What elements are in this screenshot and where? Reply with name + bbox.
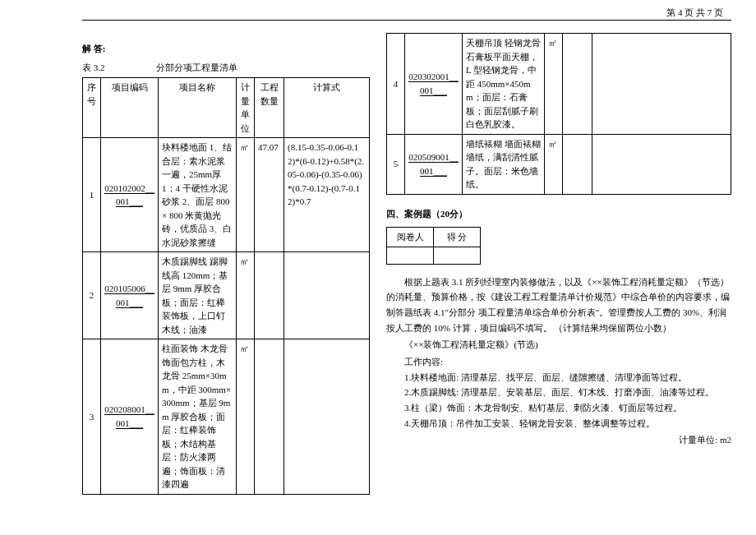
work-item: 1.块料楼地面: 清理基层、找平层、面层、缝隙擦缝、清理净面等过程。 xyxy=(404,370,731,385)
answer-label: 解 答: xyxy=(82,43,370,55)
header-rule xyxy=(82,20,731,21)
page-number: 第 4 页 共 7 页 xyxy=(666,7,723,19)
cell-unit: ㎡ xyxy=(237,138,255,252)
table-caption-title: 分部分项工程量清单 xyxy=(156,62,237,72)
cell-formula xyxy=(284,339,370,495)
table-caption: 表 3.2 分部分项工程量清单 xyxy=(82,62,370,74)
cell-qty xyxy=(563,34,592,135)
score-box: 阅卷人 得 分 xyxy=(386,227,481,265)
cell-seq: 4 xyxy=(387,34,405,135)
col-unit: 计量单位 xyxy=(237,78,255,138)
case-paragraph-2: 《××装饰工程清耗量定额》(节选) xyxy=(386,337,731,353)
cell-formula xyxy=(592,134,731,194)
cell-seq: 5 xyxy=(387,134,405,194)
cell-unit: ㎡ xyxy=(237,252,255,339)
cell-code: 020105006__001___ xyxy=(101,252,159,339)
cell-qty xyxy=(255,339,284,495)
boq-table-left: 序号 项目编码 项目名称 计量单位 工程数量 计算式 1 020102002__… xyxy=(82,77,370,495)
cell-name: 柱面装饰 木龙骨饰面包方柱，木龙骨 25mm×30mm，中距 300mm×300… xyxy=(159,339,237,495)
cell-name: 墙纸裱糊 墙面裱糊墙纸，满刮清性腻子。面层：米色墙纸。 xyxy=(463,134,545,194)
case-paragraph-1: 根据上题表 3.1 所列经理室内装修做法，以及《××装饰工程消耗量定额》（节选）… xyxy=(386,274,731,336)
score-reviewer-cell xyxy=(387,247,434,264)
cell-code: 020208001__001___ xyxy=(101,339,159,495)
cell-formula xyxy=(592,34,731,135)
cell-code: 020102002__001___ xyxy=(101,138,159,252)
score-reviewer-label: 阅卷人 xyxy=(387,227,434,247)
cell-unit: ㎡ xyxy=(237,339,255,495)
work-item: 2.木质踢脚线: 清理基层、安装基层、面层、钉木线、打磨净面、油漆等过程。 xyxy=(404,385,731,400)
work-item: 4.天棚吊顶：吊件加工安装、轻钢龙骨安装、整体调整等过程。 xyxy=(404,416,731,431)
table-row: 2 020105006__001___ 木质踢脚线 踢脚线高 120mm；基层 … xyxy=(83,252,370,339)
unit-line: 计量单位: m2 xyxy=(386,434,731,446)
work-item: 3.柱（梁）饰面：木龙骨制安、粘钉基层、刺防火漆、钉面层等过程。 xyxy=(404,400,731,416)
cell-unit: ㎡ xyxy=(545,134,563,194)
cell-name: 块料楼地面 1、结合层：素水泥浆一遍，25mm厚 1：4 干硬性水泥砂浆 2、面… xyxy=(159,138,237,252)
cell-qty xyxy=(255,252,284,339)
cell-name: 天棚吊顶 轻钢龙骨石膏板平面天棚，L 型轻钢龙骨，中距 450mm×450mm；… xyxy=(463,34,545,135)
cell-seq: 3 xyxy=(83,339,101,495)
boq-table-right: 4 020302001__001___ 天棚吊顶 轻钢龙骨石膏板平面天棚，L 型… xyxy=(386,33,731,195)
table-row: 4 020302001__001___ 天棚吊顶 轻钢龙骨石膏板平面天棚，L 型… xyxy=(387,34,731,135)
col-code: 项目编码 xyxy=(101,78,159,138)
cell-code: 020509001__001___ xyxy=(405,134,463,194)
cell-formula xyxy=(284,252,370,339)
table-row: 1 020102002__001___ 块料楼地面 1、结合层：素水泥浆一遍，2… xyxy=(83,138,370,252)
table-row: 5 020509001__001___ 墙纸裱糊 墙面裱糊墙纸，满刮清性腻子。面… xyxy=(387,134,731,194)
cell-qty: 47.07 xyxy=(255,138,284,252)
col-seq: 序号 xyxy=(83,78,101,138)
work-content-title: 工作内容: xyxy=(404,354,731,370)
col-name: 项目名称 xyxy=(159,78,237,138)
cell-name: 木质踢脚线 踢脚线高 120mm；基层 9mm 厚胶合板；面层：红榉装饰板，上口… xyxy=(159,252,237,339)
col-formula: 计算式 xyxy=(284,78,370,138)
cell-seq: 1 xyxy=(83,138,101,252)
table-caption-number: 表 3.2 xyxy=(82,62,105,72)
score-label: 得 分 xyxy=(434,227,481,247)
table-row: 3 020208001__001___ 柱面装饰 木龙骨饰面包方柱，木龙骨 25… xyxy=(83,339,370,495)
cell-code: 020302001__001___ xyxy=(405,34,463,135)
score-value-cell xyxy=(434,247,481,264)
cell-qty xyxy=(563,134,592,194)
col-qty: 工程数量 xyxy=(255,78,284,138)
cell-formula: (8.15-0.35-0.06-0.12)*(6-0.12)+0.58*(2.0… xyxy=(284,138,370,252)
cell-seq: 2 xyxy=(83,252,101,339)
section-4-title: 四、案例题（20分） xyxy=(386,208,731,220)
cell-unit: ㎡ xyxy=(545,34,563,135)
